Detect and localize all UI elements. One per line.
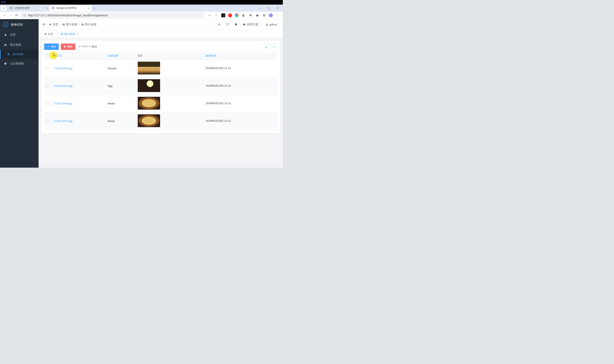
close-icon[interactable]: × [88,7,90,10]
home-icon [49,23,52,26]
minimize-button[interactable]: ― [256,5,265,11]
close-icon[interactable]: ✕ [76,33,78,35]
result-cell: Dessert [108,67,117,70]
row-checkbox[interactable] [46,84,49,87]
breadcrumb-label: 首页 [53,23,58,26]
close-icon[interactable]: × [46,7,48,10]
list-toolbar: 增加 删除 4 个中 0 个被选 [44,43,277,50]
plus-icon [47,45,50,48]
profile-avatar[interactable] [269,13,273,17]
sidebar: ∞ 食物识别 首页 图片检测 ˄ 图片检测 认证和授权 ˅ [0,19,39,168]
main-area: 首页 / 图片检测 / 图片检测 改变主题 ˅ [39,19,283,168]
password-icon[interactable]: ⌁ [208,13,212,17]
tab-title: 识别系统 使用 [14,6,29,10]
select-all-checkbox[interactable] [46,54,49,57]
breadcrumb-group[interactable]: 图片检测 [62,23,77,26]
extension-icon[interactable]: ◆ [255,13,259,17]
home-button[interactable] [235,23,238,26]
image-name-link[interactable]: 1716124347.jpg [54,119,72,123]
toolbar-right [263,43,277,50]
brand-logo-icon: ∞ [3,22,8,27]
sidebar-subitem-image-detect[interactable]: 图片检测 [0,50,39,59]
forward-button[interactable]: → [9,13,12,17]
reload-button[interactable]: ⟳ [15,13,18,17]
page-tab-image-detect[interactable]: 图片检测 ✕ [57,30,82,38]
fullscreen-button[interactable] [226,23,229,26]
result-cell: Bread [108,119,115,123]
globe-icon: 🌐︎ [52,7,55,10]
sidebar-item-auth[interactable]: 认证和授权 ˅ [0,59,39,69]
sidebar-item-home[interactable]: 首页 [0,30,39,40]
result-cell: Bread [108,102,115,105]
content-area: 增加 删除 4 个中 0 个被选 [39,38,283,168]
browser-menu-icon[interactable]: ⋮ [276,13,280,17]
extension-icon[interactable]: ❋ [249,13,252,17]
user-icon [265,23,268,26]
header-right: 改变主题 ˅ admin ˅ [218,23,279,26]
result-cell: Egg [108,84,112,87]
camera-icon [61,33,63,36]
breadcrumb-label: 图片检测 [66,23,77,26]
brand[interactable]: ∞ 食物识别 [0,19,39,30]
thumbnail-image[interactable] [138,79,160,92]
browser-toolbar-icons: ⌁ ☆ ◐ ❋ ◆ ⊞ ⋮ [206,13,281,17]
column-header-time[interactable]: 检测时间 [204,52,277,59]
expand-button[interactable] [271,43,277,50]
menu-toggle-button[interactable] [42,23,45,26]
add-button[interactable]: 增加 [44,43,59,50]
app-root: ∞ 食物识别 首页 图片检测 ˄ 图片检测 认证和授权 ˅ 首页 [0,19,283,168]
button-label: 删除 [67,45,72,49]
url-text: http://127.0.0.1:8000/admin/#/admin/imag… [28,14,108,17]
thumbnail-image[interactable] [138,97,160,110]
theme-dropdown[interactable]: 改变主题 ˅ [243,23,260,26]
url-field[interactable]: ⓘ http://127.0.0.1:8000/admin/#/admin/im… [21,12,205,18]
new-tab-button[interactable]: + [92,5,97,11]
chevron-up-icon: ˄ [34,44,35,46]
sidebar-item-image-detect[interactable]: 图片检测 ˄ [0,40,39,50]
tabs-dropdown-button[interactable]: ▾ [1,6,6,11]
refresh-button[interactable] [263,43,269,50]
extension-icon[interactable]: ◐ [242,13,246,17]
extension-icon[interactable] [228,13,232,17]
sidebar-item-label: 首页 [10,33,15,37]
user-dropdown[interactable]: admin ˅ [265,23,279,26]
browser-tab-active[interactable]: 🌐︎ Django 站点管理员 × [50,5,92,11]
close-window-button[interactable]: ✕ [273,5,282,11]
column-header-result[interactable]: 识别结果 [106,52,136,59]
thumbnail-image[interactable] [138,62,160,74]
extensions-menu-icon[interactable]: ⊞ [262,13,266,17]
chevron-down-icon: ˅ [259,23,260,26]
bookmark-icon[interactable]: ☆ [214,13,218,17]
site-info-icon[interactable]: ⓘ [23,13,26,17]
maximize-button[interactable]: ▢ [265,5,273,11]
font-size-button[interactable] [218,23,221,26]
back-button[interactable]: ← [3,13,6,17]
row-checkbox[interactable] [46,102,49,104]
page-tab-home[interactable]: 首页 [41,30,56,38]
browser-tab-background[interactable]: 🌐︎ 识别系统 使用 × [8,5,50,11]
image-name-link[interactable]: 1716124425.jpg [54,67,72,70]
table-row: 1716124347.jpg Bread 2024年5月19日 21:12 [44,112,277,130]
time-cell: 2024年5月19日 21:12 [206,119,231,122]
tab-label: 图片检测 [64,32,75,36]
time-cell: 2024年5月19日 21:13 [206,67,231,70]
tab-title: Django 站点管理员 [56,6,77,10]
breadcrumb-separator: / [79,23,80,26]
header-bar: 首页 / 图片检测 / 图片检测 改变主题 ˅ [39,19,283,30]
column-header-name[interactable]: 图片名 [52,52,106,59]
titlebar-text: 暂停 [1,1,6,4]
chevron-down-icon: ˅ [278,23,279,26]
extension-icon[interactable] [221,13,225,17]
brand-title: 食物识别 [11,23,23,26]
image-name-link[interactable]: 1716124415.jpg [54,84,72,87]
thumbnail-image[interactable] [138,114,160,127]
image-name-link[interactable]: 1716124404.jpg [54,102,72,105]
extension-icon[interactable] [235,13,239,17]
breadcrumb-home[interactable]: 首页 [49,23,58,26]
browser-chrome: ▾ 🌐︎ 识别系统 使用 × 🌐︎ Django 站点管理员 × + ― ▢ ✕… [0,5,283,19]
nav-buttons: ← → ⟳ [2,13,19,17]
table-row: 1716124425.jpg Dessert 2024年5月19日 21:13 [44,59,277,77]
row-checkbox[interactable] [46,119,49,122]
row-checkbox[interactable] [46,67,49,69]
delete-button[interactable]: 删除 [61,43,75,50]
